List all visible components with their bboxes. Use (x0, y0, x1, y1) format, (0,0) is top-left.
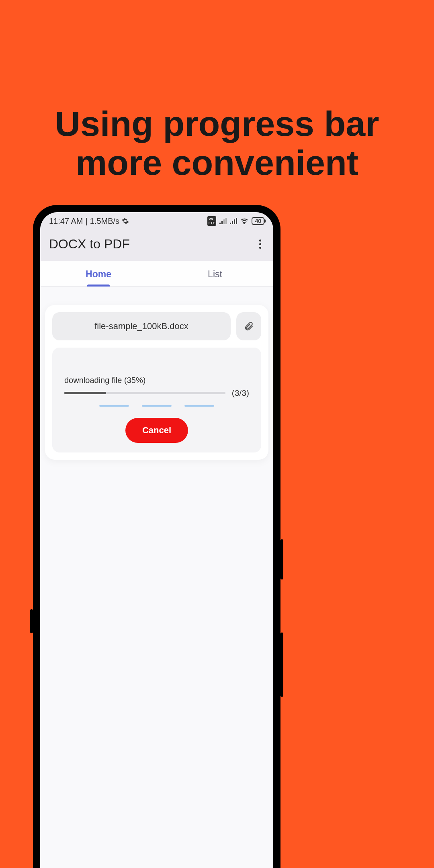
progress-segment (142, 405, 172, 407)
svg-rect-3 (225, 218, 227, 224)
progress-card: downloading file (35%) (3/3) Cancel (52, 348, 261, 452)
status-speed: 1.5MB/s (90, 217, 119, 226)
tabs: Home List (40, 261, 273, 287)
more-icon[interactable] (256, 236, 264, 252)
progress-segment (99, 405, 129, 407)
svg-rect-5 (232, 221, 233, 224)
status-time: 11:47 AM (49, 217, 83, 226)
svg-point-8 (244, 223, 245, 224)
conversion-card: file-sample_100kB.docx downloading file … (45, 305, 268, 460)
hero-title-line2: more convenient (76, 143, 358, 182)
svg-rect-1 (221, 221, 223, 224)
phone-side-button (30, 609, 33, 633)
progress-track (64, 392, 225, 394)
wifi-icon (240, 218, 248, 224)
phone-side-button (280, 539, 283, 579)
hero-title-line1: Using progress bar (55, 104, 379, 143)
svg-rect-7 (236, 218, 237, 224)
status-separator: | (86, 217, 88, 226)
tab-list[interactable]: List (157, 261, 273, 286)
paperclip-icon (244, 321, 254, 332)
cancel-button[interactable]: Cancel (125, 418, 188, 443)
file-name-chip[interactable]: file-sample_100kB.docx (52, 312, 231, 340)
phone-side-button (280, 633, 283, 697)
svg-rect-6 (234, 219, 235, 224)
progress-row: (3/3) (64, 388, 249, 398)
progress-label: downloading file (35%) (64, 376, 249, 385)
app-header: DOCX to PDF (40, 228, 273, 261)
attach-button[interactable] (236, 312, 261, 340)
svg-rect-2 (223, 219, 225, 224)
main-content: file-sample_100kB.docx downloading file … (40, 287, 273, 868)
signal-icon (230, 218, 237, 224)
progress-count: (3/3) (232, 388, 249, 398)
progress-fill (64, 392, 106, 394)
phone-frame: 11:47 AM | 1.5MB/s VoLTE 40 DOCX to PDF … (33, 205, 280, 868)
hero-title: Using progress bar more convenient (0, 104, 434, 182)
signal-icon (219, 218, 227, 224)
svg-rect-4 (230, 223, 231, 224)
battery-icon: 40 (252, 217, 264, 225)
phone-screen: 11:47 AM | 1.5MB/s VoLTE 40 DOCX to PDF … (40, 212, 273, 868)
gear-icon (122, 217, 129, 225)
file-row: file-sample_100kB.docx (52, 312, 261, 340)
status-bar: 11:47 AM | 1.5MB/s VoLTE 40 (40, 212, 273, 228)
svg-rect-0 (219, 223, 221, 224)
progress-segment (184, 405, 214, 407)
app-title: DOCX to PDF (49, 237, 130, 252)
volte-icon: VoLTE (207, 216, 216, 226)
progress-segments (64, 405, 249, 407)
tab-home[interactable]: Home (40, 261, 157, 286)
